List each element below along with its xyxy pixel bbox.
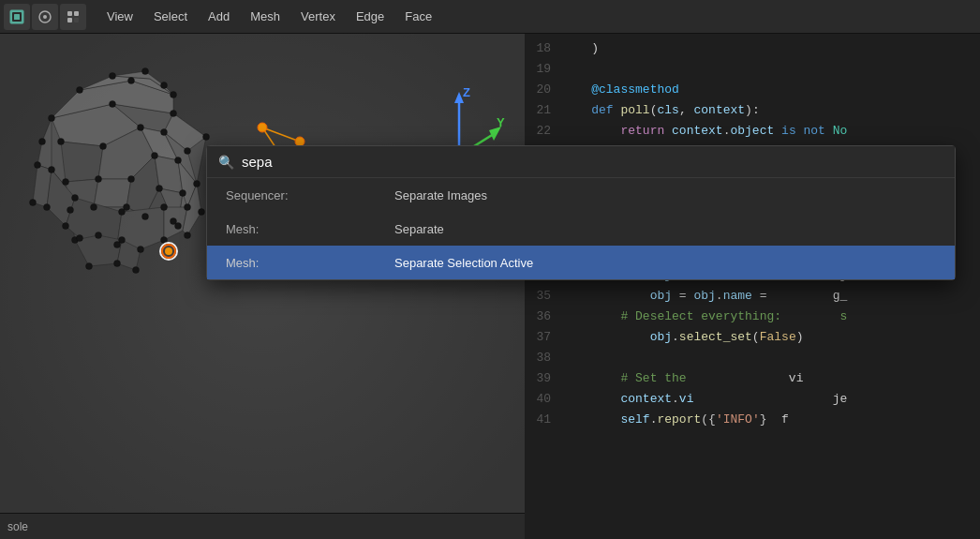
result-label-0: Separate Images (394, 188, 487, 202)
code-line-39: 39 # Set the vi (525, 367, 980, 388)
svg-marker-20 (94, 179, 131, 207)
code-line-36: 36 # Deselect everything: s (525, 306, 980, 326)
svg-point-56 (185, 148, 191, 155)
viewport[interactable]: Z X Y sole (0, 34, 525, 539)
svg-point-89 (114, 261, 121, 267)
search-result-0[interactable]: Sequencer: Separate Images (207, 178, 955, 212)
menu-add[interactable]: Add (199, 6, 239, 27)
code-line-41: 41 self.report({'INFO'} f (525, 409, 980, 429)
code-content: 18 ) 19 20 @classmethod 21 def poll(cls,… (525, 34, 980, 539)
svg-point-59 (128, 176, 135, 183)
svg-point-54 (138, 125, 144, 131)
svg-point-83 (77, 235, 83, 242)
svg-point-42 (49, 115, 55, 122)
search-input[interactable] (242, 154, 943, 170)
command-search-overlay: 🔍 Sequencer: Separate Images Mesh: Separ… (206, 145, 956, 280)
svg-point-68 (171, 218, 177, 225)
svg-point-78 (142, 68, 149, 75)
result-category-0: Sequencer: (226, 188, 394, 202)
svg-point-65 (156, 186, 163, 192)
svg-rect-8 (74, 18, 79, 22)
svg-point-79 (161, 82, 168, 89)
svg-point-55 (161, 129, 168, 136)
svg-point-80 (35, 162, 41, 169)
svg-point-76 (171, 92, 177, 98)
svg-point-63 (124, 204, 130, 211)
svg-point-71 (96, 232, 102, 239)
svg-point-51 (39, 139, 46, 145)
code-panel[interactable]: 18 ) 19 20 @classmethod 21 def poll(cls,… (525, 34, 980, 539)
svg-rect-7 (67, 18, 72, 22)
top-bar: View Select Add Mesh Vertex Edge Face (0, 0, 980, 34)
search-input-row: 🔍 (207, 146, 955, 178)
mode-icon-2[interactable] (32, 4, 58, 30)
code-line-40: 40 context.vi je (525, 388, 980, 409)
svg-point-69 (138, 247, 144, 253)
main-area: Z X Y sole 18 ) 19 (0, 34, 980, 539)
svg-point-43 (110, 101, 116, 108)
svg-point-90 (133, 267, 140, 274)
svg-point-87 (199, 209, 205, 216)
svg-point-60 (96, 176, 102, 183)
svg-point-91 (30, 200, 37, 206)
svg-point-57 (175, 157, 182, 164)
code-line-38: 38 (525, 347, 980, 367)
code-line-21: 21 def poll(cls, context): (525, 99, 980, 120)
code-line-20: 20 @classmethod (525, 79, 980, 99)
menu-select[interactable]: Select (144, 6, 197, 27)
svg-point-64 (142, 214, 149, 220)
svg-text:Y: Y (497, 115, 505, 129)
svg-point-45 (203, 134, 210, 141)
console-bar: sole (0, 513, 525, 539)
svg-point-92 (185, 204, 191, 211)
mesh-drawing: Z X Y (0, 34, 525, 539)
svg-point-62 (91, 204, 97, 211)
menu-mesh[interactable]: Mesh (241, 6, 290, 27)
mode-icon-1[interactable] (4, 4, 30, 30)
svg-point-84 (114, 242, 121, 248)
svg-marker-15 (61, 142, 103, 182)
result-category-2: Mesh: (226, 256, 394, 270)
search-icon: 🔍 (218, 155, 234, 170)
svg-rect-5 (67, 11, 72, 16)
svg-point-53 (100, 143, 107, 150)
svg-point-61 (63, 179, 69, 186)
svg-point-44 (171, 111, 177, 117)
code-line-18: 18 ) (525, 37, 980, 58)
svg-point-88 (86, 263, 93, 270)
svg-point-86 (185, 232, 191, 239)
svg-point-82 (63, 223, 69, 230)
svg-point-52 (58, 139, 65, 145)
menu-view[interactable]: View (97, 6, 142, 27)
svg-point-77 (110, 73, 116, 80)
code-line-35: 35 obj = obj.name = g_ (525, 285, 980, 306)
svg-text:Z: Z (463, 85, 470, 99)
result-label-2: Separate Selection Active (394, 256, 533, 270)
svg-point-47 (161, 204, 168, 211)
svg-point-4 (43, 15, 47, 19)
svg-rect-2 (14, 14, 20, 20)
svg-point-75 (128, 78, 135, 84)
svg-point-46 (194, 181, 200, 187)
code-line-19: 19 (525, 58, 980, 79)
svg-point-50 (49, 167, 55, 173)
search-result-2[interactable]: Mesh: Separate Selection Active (207, 246, 955, 279)
mode-icon-3[interactable] (60, 4, 86, 30)
console-text: sole (7, 520, 28, 533)
search-result-1[interactable]: Mesh: Separate (207, 212, 955, 246)
svg-point-58 (152, 153, 158, 159)
result-category-1: Mesh: (226, 222, 394, 236)
svg-point-97 (258, 123, 267, 132)
code-line-22: 22 return context.object is not No (525, 120, 980, 141)
svg-point-66 (180, 190, 186, 197)
menu-edge[interactable]: Edge (347, 6, 393, 27)
svg-point-103 (165, 247, 172, 255)
result-label-1: Separate (394, 222, 444, 236)
svg-point-81 (44, 204, 51, 211)
svg-point-73 (67, 207, 74, 214)
svg-rect-6 (74, 11, 79, 16)
menu-face[interactable]: Face (395, 6, 441, 27)
code-line-37: 37 obj.select_set(False) (525, 326, 980, 347)
menu-vertex[interactable]: Vertex (291, 6, 345, 27)
svg-point-74 (77, 87, 83, 94)
